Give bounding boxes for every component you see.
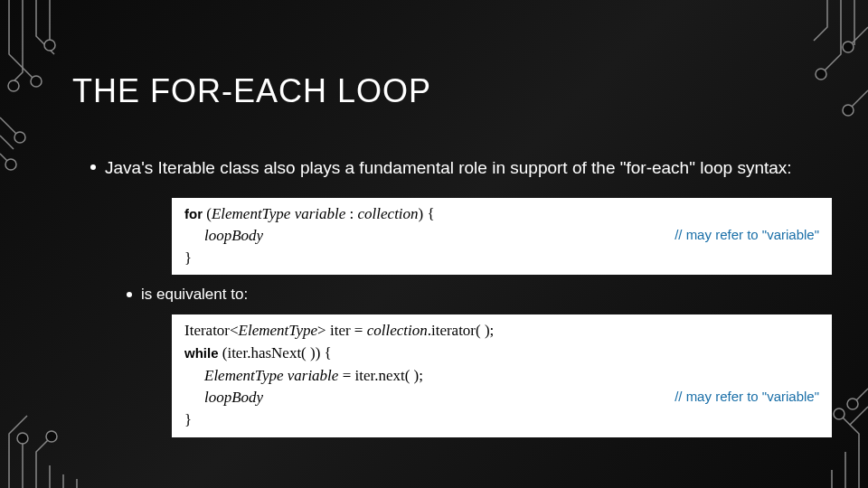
code-comment: // may refer to "variable"	[675, 225, 819, 245]
slide-title: THE FOR-EACH LOOP	[72, 72, 841, 110]
code-comment: // may refer to "variable"	[675, 387, 819, 407]
bullet-sub: is equivalent to:	[127, 286, 841, 304]
bullet-main-text: Java's Iterable class also plays a funda…	[105, 155, 792, 182]
svg-point-6	[843, 42, 854, 52]
svg-point-8	[17, 433, 28, 444]
bullet-main: Java's Iterable class also plays a funda…	[90, 155, 841, 182]
bullet-sub-text: is equivalent to:	[141, 286, 248, 304]
svg-point-11	[847, 399, 858, 409]
svg-point-1	[8, 80, 19, 91]
bullet-dot-icon	[90, 164, 96, 170]
code-block-foreach: for (ElementType variable : collection) …	[172, 198, 832, 276]
svg-point-2	[44, 40, 55, 51]
bullet-dot-icon	[127, 292, 132, 297]
slide-content: THE FOR-EACH LOOP Java's Iterable class …	[72, 72, 841, 437]
code-block-iterator: Iterator<ElementType> iter = collection.…	[172, 314, 832, 436]
svg-point-4	[5, 159, 16, 170]
svg-point-9	[46, 431, 57, 442]
svg-point-7	[843, 105, 854, 116]
svg-point-0	[31, 76, 42, 87]
svg-point-3	[14, 132, 25, 143]
